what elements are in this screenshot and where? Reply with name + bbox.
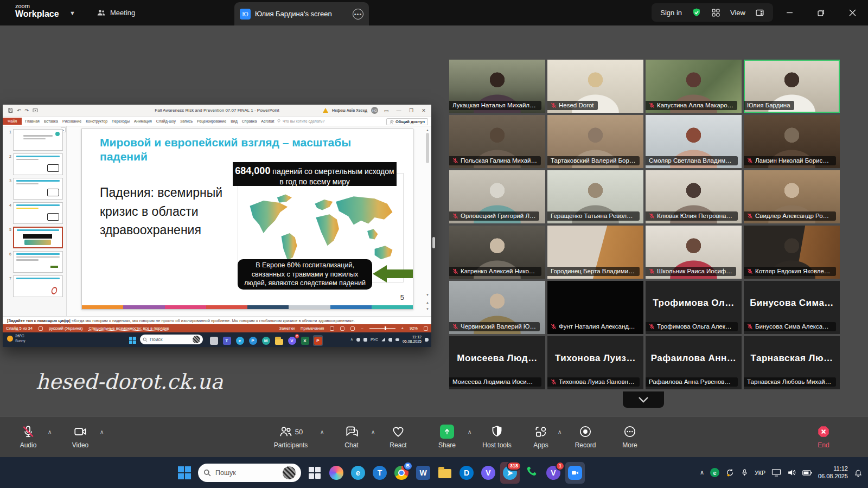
ribbon-tab-справка[interactable]: Справка [240,118,259,125]
ppt-close-button[interactable]: ✕ [419,108,428,113]
task-view-icon[interactable] [305,462,324,484]
chevron-down-icon[interactable]: ▼ [69,10,75,16]
ribbon-tab-запись[interactable]: Запись [178,118,195,125]
word-icon[interactable]: W [413,462,433,484]
cast-display-icon[interactable] [771,468,781,477]
p-app-icon[interactable]: P [248,335,258,346]
ppt-ribbon-display-icon[interactable]: ▭ [382,108,391,113]
edge-icon[interactable]: e [235,335,245,346]
participant-tile[interactable]: Hesed Dorot [547,60,643,113]
slideshow-view-icon[interactable] [350,326,355,331]
participant-tile[interactable]: Рафаилова Анн…Рафаилова Анна Рувеновна … [646,336,742,389]
participants-button[interactable]: 50 Participants [264,423,318,449]
ppt-share-button[interactable]: Общий доступ [386,118,428,125]
thumbnail-preview[interactable] [13,227,63,248]
participant-tile[interactable]: Смоляр Светлана Владимир… [646,115,742,168]
task-view-icon[interactable] [209,335,219,346]
slide-thumbnail[interactable]: 5 [5,227,63,248]
volume-icon[interactable] [388,338,392,342]
chat-options-chevron[interactable]: ∧ [371,429,375,435]
minimize-button[interactable] [774,0,805,25]
participant-tile[interactable]: Фунт Наталия Александр… [547,281,643,334]
inner-search-box[interactable]: Поиск [140,335,203,344]
warning-icon[interactable] [323,108,328,113]
tell-me-search[interactable]: Что вы хотите сделать? [277,119,324,123]
close-button[interactable] [837,0,868,25]
apps-options-chevron[interactable]: ∧ [558,429,561,435]
slide-thumbnail[interactable]: 2 [5,153,63,175]
audio-button[interactable]: Audio [8,423,49,449]
slide-thumbnail[interactable]: 1 [5,129,63,151]
weather-widget[interactable]: 26°CSunny [7,334,25,343]
microphone-icon[interactable] [741,468,749,477]
inner-start-button[interactable] [129,336,136,346]
scrollbar-thumb[interactable] [426,133,429,163]
thumbnail-preview[interactable] [13,129,63,151]
zoom-icon[interactable] [565,462,585,484]
previous-slide-icon[interactable]: ▲ [425,301,430,304]
slide-thumbnail[interactable]: 4 [5,202,63,224]
slide-thumbnail[interactable]: 3 [5,178,63,200]
share-options-chevron[interactable]: ∧ [468,429,471,435]
slide-thumbnail[interactable]: 7 [5,275,63,297]
editor-scrollbar[interactable]: ▲ ▼ ▲ ▼ [425,129,430,313]
participant-tile[interactable]: Червинский Валерий Ю… [449,281,545,334]
participant-tile[interactable]: Юлия Бардина [744,60,840,113]
end-button[interactable]: End [803,423,844,449]
eset-icon[interactable]: e [710,468,719,477]
zoom-level[interactable]: 92% [410,326,418,331]
scroll-up-icon[interactable]: ▲ [425,129,430,132]
tab-shared-screen[interactable]: Ю Юлия Бардина's screen ••• [234,2,369,25]
chrome-icon[interactable]: B [392,462,411,484]
participant-tile[interactable]: Городинец Берта Владимир… [547,226,643,279]
slide-sorter-icon[interactable] [340,326,344,331]
more-button[interactable]: More [609,423,650,449]
sign-in-button[interactable]: Sign in [660,9,682,17]
participant-tile[interactable]: Катренко Алексей Никол… [449,226,545,279]
participant-tile[interactable]: Школьник Раиса Иосиф… [646,226,742,279]
speaker-icon[interactable] [787,468,796,477]
participant-tile[interactable]: Моисеева Люд…Моисеева Людмила Иосиф… [449,336,545,389]
host-tools-button[interactable]: Host tools [476,423,518,449]
thumbnail-preview[interactable] [13,275,63,297]
zoom-slider[interactable] [369,328,395,329]
spellcheck-icon[interactable] [39,326,43,331]
participants-options-chevron[interactable]: ∧ [320,429,324,435]
ribbon-tab-файл[interactable]: Файл [3,118,22,125]
video-button[interactable]: Video [60,423,101,449]
tab-meeting[interactable]: Meeting [97,0,135,25]
ribbon-tab-переходы[interactable]: Переходы [110,118,132,125]
participant-tile[interactable]: Польская Галина Михай… [449,115,545,168]
explorer-icon[interactable] [274,335,284,346]
ribbon-tab-главная[interactable]: Главная [23,118,42,125]
ribbon-tab-конструктор[interactable]: Конструктор [84,118,110,125]
participant-tile[interactable]: Тартаковский Валерий Бори… [547,115,643,168]
thunderbird-icon[interactable]: T [370,462,390,484]
tab-options-icon[interactable]: ••• [353,9,363,20]
more-participants-button[interactable] [623,391,664,408]
hidden-icons-chevron[interactable]: ∧ [350,337,353,342]
network-icon[interactable] [381,338,385,342]
account-avatar[interactable]: НО [371,107,378,114]
dell-icon[interactable]: D [457,462,476,484]
viber-icon[interactable]: V [478,462,498,484]
scroll-indicator[interactable] [432,237,435,248]
thumbnail-preview[interactable] [13,251,63,273]
participant-tile[interactable]: Ламзин Николай Борисо… [744,115,840,168]
ppt-restore-button[interactable]: ❐ [407,108,416,113]
record-button[interactable]: Record [565,423,606,449]
battery-icon[interactable] [395,338,399,341]
maximize-button[interactable] [805,0,837,25]
participant-tile[interactable]: Лукацкая Наталья Михайло… [449,60,545,113]
apps-grid-icon[interactable] [711,8,720,17]
language-indicator[interactable]: УКР [755,470,765,476]
accessibility-status[interactable]: Специальные возможности: все в порядке [88,326,169,331]
redo-icon[interactable]: ↷ [25,108,29,113]
fit-slide-icon[interactable] [424,326,428,331]
tray-icon-2[interactable] [363,338,367,342]
next-slide-icon[interactable]: ▼ [425,307,430,311]
notification-bell-icon[interactable] [854,468,863,477]
thumbnail-preview[interactable] [13,202,63,224]
participant-tile[interactable]: Бинусова Сима…Бинусова Сима Алексан… [744,281,840,334]
normal-view-icon[interactable] [330,326,334,331]
